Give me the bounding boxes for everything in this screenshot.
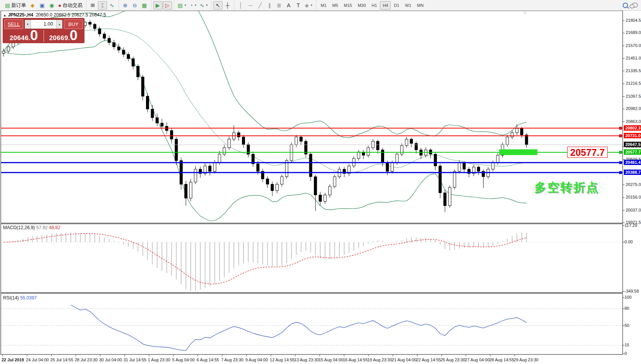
text-label-button[interactable]: T: [294, 1, 303, 10]
price-tick-label: 21097.5: [626, 94, 641, 99]
account-button[interactable]: ▣: [37, 1, 47, 10]
chart-shift-marker-icon[interactable]: ▽: [524, 11, 526, 15]
new-chart-dropdown-icon[interactable]: ▾: [185, 3, 186, 7]
time-tick-label: 24 Jul 04:00: [26, 358, 49, 362]
horizontal-line-button[interactable]: ─: [246, 1, 255, 10]
timeframe-m30[interactable]: M30: [355, 1, 368, 10]
price-tick-label: 20982.0: [626, 106, 641, 111]
price-tick-label: 21689.0: [626, 30, 641, 35]
candlestick-chart-button[interactable]: ⌶: [98, 1, 107, 10]
macd-pane[interactable]: [1, 224, 623, 293]
search-icon: [623, 3, 628, 8]
price-line-handle[interactable]: [619, 127, 622, 129]
sell-price[interactable]: 20646.0: [4, 30, 44, 42]
search-button[interactable]: [621, 1, 630, 10]
zoom-in-button[interactable]: ⊕: [121, 1, 130, 10]
chart-shift-button[interactable]: ▷: [163, 1, 172, 10]
candle: [242, 137, 245, 145]
time-tick-label: 31 Jul 14:55: [123, 358, 146, 362]
arrow-tools-icon: ◈: [305, 3, 309, 8]
candle: [161, 123, 163, 126]
crosshair-button[interactable]: ┼: [223, 1, 232, 10]
time-tick-label: 25 Jul 14:55: [50, 358, 73, 362]
autotrading-label: 自动交易: [63, 2, 83, 9]
mt4-terminal: { "toolbar": { "new_order_label": "新订单",…: [0, 0, 641, 364]
price-line-label: 20647.5: [624, 142, 641, 147]
equidistant-channel-button[interactable]: ∥: [265, 1, 274, 10]
highlight-rectangle[interactable]: [499, 149, 537, 155]
timeframe-mn[interactable]: MN: [414, 1, 426, 10]
price-line-handle[interactable]: [619, 171, 622, 174]
candle: [98, 29, 101, 34]
timeframe-m5[interactable]: M5: [329, 1, 341, 10]
volume-increase-button[interactable]: ▴: [56, 20, 62, 29]
new-order-button[interactable]: ▤新订单: [3, 1, 28, 10]
price-tick-label: 21451.0: [626, 56, 641, 60]
period-clock-button[interactable]: ◔▾: [188, 1, 198, 10]
toolbar-group: ▤新订单◆▣◉●自动交易: [2, 0, 84, 10]
cursor-button[interactable]: ↖: [213, 1, 222, 10]
price-tick-label: 21335.5: [626, 68, 641, 73]
candle: [127, 54, 130, 58]
cursor-icon: ↖: [216, 3, 220, 8]
candle: [367, 148, 370, 155]
chat-button[interactable]: [630, 1, 639, 10]
auto-scroll-button[interactable]: ▶: [153, 1, 162, 10]
new-order-icon: ▤: [5, 3, 10, 8]
price-tick-label: 20037.0: [626, 208, 641, 212]
price-line-handle[interactable]: [619, 161, 622, 164]
bar-chart-button[interactable]: ≣: [88, 1, 97, 10]
candle: [94, 24, 96, 29]
line-chart-button[interactable]: ∿: [107, 1, 117, 10]
autotrading-button[interactable]: ●自动交易: [57, 1, 84, 10]
price-line-handle[interactable]: [619, 151, 622, 154]
zoom-out-icon: ⊖: [133, 3, 137, 8]
timeframe-m15[interactable]: M15: [341, 1, 355, 10]
price-callout-box[interactable]: 20577.7: [567, 147, 608, 158]
arrow-tools-button[interactable]: ◈▾: [303, 1, 314, 10]
price-line-label: 20388.7: [624, 170, 641, 175]
period-clock-dropdown-icon[interactable]: ▾: [195, 3, 196, 7]
timeframe-h1[interactable]: H1: [369, 1, 380, 10]
market-seal-button[interactable]: ◆: [28, 1, 37, 10]
indicators-dropdown-icon[interactable]: ▾: [206, 3, 208, 7]
macd-tick-label: 117.29: [625, 223, 637, 228]
candle: [309, 154, 312, 177]
candle: [132, 59, 135, 66]
time-tick-label: 9 Aug 04:00: [245, 358, 268, 362]
rsi-tick-label: 80: [625, 306, 629, 311]
candle: [516, 128, 518, 133]
price-line-handle[interactable]: [619, 134, 622, 137]
time-tick-label: 15 Aug 04:00: [318, 358, 343, 362]
text-button[interactable]: A: [284, 1, 293, 10]
candle: [328, 186, 331, 195]
zoom-in-icon: ⊕: [123, 3, 128, 8]
trendline-button[interactable]: ╱: [255, 1, 265, 10]
new-chart-button[interactable]: ▤▾: [176, 1, 188, 10]
candle: [357, 152, 360, 159]
trendline-icon: ╱: [258, 3, 261, 8]
text-icon: A: [287, 3, 290, 8]
chart-menu-icon[interactable]: ▲: [3, 13, 6, 17]
timeframe-d1[interactable]: D1: [391, 1, 402, 10]
indicators-button[interactable]: ∿▾: [198, 1, 209, 10]
timeframe-h4[interactable]: H4: [380, 1, 391, 10]
vertical-line-button[interactable]: │: [236, 1, 245, 10]
turning-point-annotation[interactable]: 多空转折点: [534, 180, 599, 196]
sell-button[interactable]: SELL: [4, 19, 23, 29]
chart-symbol: JPN225-,H4: [8, 12, 33, 18]
arrow-tools-dropdown-icon[interactable]: ▾: [311, 3, 312, 7]
price-line-label: 20577.7: [624, 149, 641, 155]
candle: [276, 184, 278, 191]
candle: [333, 177, 336, 186]
main-pane[interactable]: [1, 11, 623, 223]
fibonacci-button[interactable]: ≣: [274, 1, 284, 10]
zoom-out-button[interactable]: ⊖: [130, 1, 140, 10]
timeframe-m1[interactable]: M1: [318, 1, 329, 10]
timeframe-w1[interactable]: W1: [402, 1, 414, 10]
signals-button[interactable]: ◉: [47, 1, 56, 10]
tile-windows-button[interactable]: ▦: [140, 1, 149, 10]
buy-price[interactable]: 20669.0: [44, 30, 83, 42]
candle: [396, 154, 398, 163]
toolbar-group: ▤▾◔▾∿▾: [174, 0, 209, 10]
